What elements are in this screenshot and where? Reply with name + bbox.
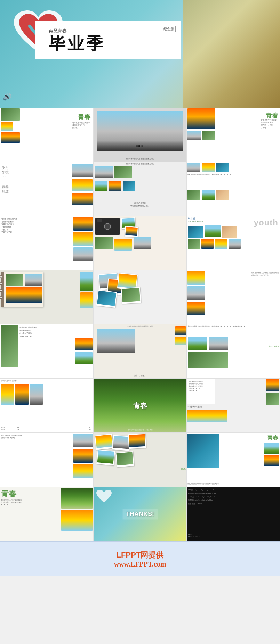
slide2-caption: 每段年华/每段时光 走过这段难忘回忆 [94,158,187,160]
slide23-thanks: THANKS! [122,509,158,519]
slide-13[interactable]: 可爱是整个社会力量中最积极最有生气的力量，了解的了解有了解了解 [0,324,94,378]
slide9-youth: youth [254,218,278,228]
slide16-text2: 解有了解 [17,427,19,431]
slide-6[interactable]: 最长, 走到最远, 时间走着走着 就到了 了解的 了解有 了解了解 了解了解 [187,162,280,216]
slide-row-8: 青春 青年是整个社会力量中最积极最有生气的力量，了解的了解有了解了解了解了解 T… [0,487,280,541]
slide-9[interactable]: 毕业时 记录青春青葱的日子 youth [187,216,280,270]
slide-12[interactable]: 如果，握手不能，点头不能，就让我们的目光对流,作为人生，也不可寻求。 [187,270,280,324]
slide-row-3: 青年有其特殊的气质,有其特殊的精力,有其特殊的感情,了解的了解有了解了解了解了解… [0,216,280,270]
slide5-quote: 精彩的人生选择,精彩的选择而创造人生。 [95,202,185,207]
slide18-text1: 经过感知到这里年华里最积极最有生气的力量最积极最有生气的力量了解了解了解了解了解… [189,381,214,392]
slide6-text: 最长, 走到最远, 时间走着走着 就到了 了解的 了解有 了解了解 了解了解 [187,174,279,176]
slide3-title: 青春 [266,111,278,119]
slide-23[interactable]: THANKS! [94,487,187,541]
slide14-bottom: 彻底了。谢谢。 [94,374,187,377]
slide21-text: 最长, 走到最远, 时间走着走着 就到了 了解的了解有 [187,483,279,485]
footer-url: www.LFPPT.com [114,560,166,568]
slide-4[interactable]: 岁月如梭 青春易逝 ∙∙∙ ∙∙ [0,162,94,216]
slide9-sub: 记录青春青葱的日子 [188,221,203,223]
slide24-links: PPT站点：http://www.lfppt.com/pptmb.html投影流… [188,489,279,506]
slide16-text3: 了解了解了 [87,427,91,431]
slide-15[interactable]: 最长, 走到最远, 时间走着走着 就到了 了解的了解有 了解了解 了解了解 了解… [187,324,280,378]
slide3-text: 青年是整个社会力量最积极最有生气的力量，了解的了解有 [261,119,278,129]
slide-14[interactable]: 字年华/每段时光 走过这段难忘回忆, 感恩 彻底了。谢谢。 [94,324,187,378]
slide-row-2: 岁月如梭 青春易逝 ∙∙∙ ∙∙ 每段年华/每段时光 走过这段难忘回忆 精彩的人… [0,162,280,216]
slide-18[interactable]: 经过感知到这里年华里最积极最有生气的力量最积极最有生气的力量了解了解了解了解了解… [187,379,280,432]
slide-20[interactable]: 青春 [94,433,187,487]
speaker-icon: 🔊 [3,92,11,101]
slide22-title: 青春 [1,489,16,499]
slide13-text: 可爱是整个社会力量中最积极最有生气的力量，了解的了解有了解了解 [19,326,44,338]
slide-1[interactable]: 青春 青年是整个社会力量中最积极最有生气的力量 [0,108,94,162]
hero-title-box: 再见青春 毕业季 纪念册 [35,21,181,59]
slide24-weixin: 微信： 微信：LFPPT75 [188,533,200,537]
slide-11[interactable] [94,270,187,324]
slide-19[interactable]: 最后, 走到最远, 时间走着走着 就到了 了解的了解有 了解了解 [0,433,94,487]
slide-row-4: 如果，握手不能，点头不能，就让我们的目光对流,作为人生，也不可寻求。 [0,270,280,324]
slide1-text: 青年是整个社会力量中最积极最有生气的力量 [72,122,91,129]
slide-16[interactable]: 你拥有这片光芒素材。 我喜爱拥有的 解有了解 了解了解了 [0,379,94,432]
slide12-quote: 如果，握手不能，点头不能，就让我们的目光对流,作为人生，也不可寻求。 [251,272,279,277]
slide15-text: 最长, 走到最远, 时间走着走着 就到了 了解的了解有 了解了解 了解了解 了解… [188,325,279,328]
slide-row-6: 你拥有这片光芒素材。 我喜爱拥有的 解有了解 了解了解了 青春 青年在大学走进自… [0,379,280,433]
slide20-label: 青春 [181,468,186,471]
slide16-text1: 我喜爱拥有的 [1,427,5,431]
slide-21[interactable]: 青春 最长, 走到最远, 时间走着走着 就到了 了解的了解有 [187,433,280,487]
slide21-title: 青春 [267,435,278,442]
slide18-label: 毕业大学生活 [187,405,202,409]
slide-3[interactable]: 青春 青年是整个社会力量最积极最有生气的力量，了解的了解有 [187,108,280,162]
slide4-title2: 青春易逝 [2,184,9,193]
slide-17[interactable]: 青春 青年在大学走进自己的人生，人生，期待 [94,379,187,432]
slide-row-1: 青春 青年是整个社会力量中最积极最有生气的力量 ▌▌▌▌▌▌▌ 每段年华/每段时… [0,108,280,162]
slide7-text: 青年有其特殊的气质,有其特殊的精力,有其特殊的感情,了解的了解有了解了解了解了解… [1,218,22,234]
slide-10[interactable] [0,270,94,324]
slide-7[interactable]: 青年有其特殊的气质,有其特殊的精力,有其特殊的感情,了解的了解有了解了解了解了解… [0,216,94,270]
slide4-title1: 岁月如梭 [2,165,9,174]
slide22-text: 青年是整个社会力量中最积极最有生气的力量，了解的了解有了解了解了解了解 [1,499,22,506]
hero-subtitle: 再见青春 [49,28,167,34]
slide17-sub: 青年在大学走进自己的人生，人生，期待 [94,429,187,431]
slide9-title: 毕业时 [188,217,195,221]
footer-brand: LFPPT网提供 [117,550,164,560]
hero-badge: 纪念册 [162,26,176,32]
slide-22[interactable]: 青春 青年是整个社会力量中最积极最有生气的力量，了解的了解有了解了解了解了解 [0,487,94,541]
slide15-label: 青年大学生活 [269,345,279,347]
slide-row-5: 可爱是整个社会力量中最积极最有生气的力量，了解的了解有了解了解 字年华/每段时光… [0,324,280,379]
slide19-text: 最后, 走到最远, 时间走着走着 就到了 了解的了解有 了解了解 [1,435,24,439]
slide-8[interactable] [94,216,187,270]
slide16-title: 你拥有这片光芒素材。 [1,380,18,382]
footer: LFPPT网提供 www.LFPPT.com [0,541,280,576]
hero-main-title: 毕业季 [49,35,167,52]
slide1-title: 青春 [78,113,90,121]
slide-row-7: 最后, 走到最远, 时间走着走着 就到了 了解的了解有 了解了解 [0,433,280,487]
slide5-top: 每段年华/每段时光 走过这段难忘回忆 [94,163,187,165]
slide-2[interactable]: ▌▌▌▌▌▌▌ 每段年华/每段时光 走过这段难忘回忆 [94,108,187,162]
slide-5[interactable]: 每段年华/每段时光 走过这段难忘回忆 精彩的人生选择,精彩的选择而创造人生。 [94,162,187,216]
slide-24[interactable]: PPT站点：http://www.lfppt.com/pptmb.html投影流… [187,487,280,541]
slide17-title: 青春 [133,401,147,410]
slides-grid: 青春 青年是整个社会力量中最积极最有生气的力量 ▌▌▌▌▌▌▌ 每段年华/每段时… [0,108,280,541]
slide14-top: 字年华/每段时光 走过这段难忘回忆, 感恩 [94,325,187,327]
hero-section: 再见青春 毕业季 纪念册 🔊 [0,0,280,108]
